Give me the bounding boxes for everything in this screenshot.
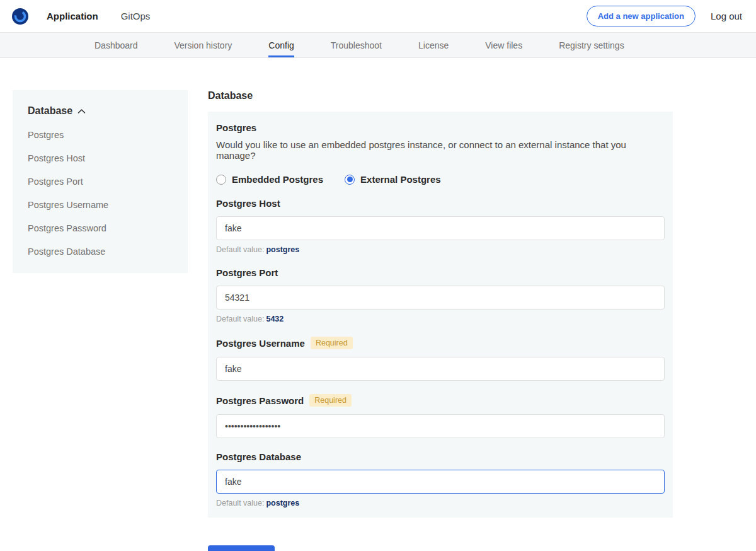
radio-selected-icon [345, 175, 355, 185]
app-subnav: Dashboard Version history Config Trouble… [0, 33, 756, 58]
required-badge: Required [309, 394, 352, 407]
default-value: 5432 [266, 315, 284, 323]
field-label: Postgres Username [216, 338, 305, 349]
radio-embedded-label: Embedded Postgres [232, 174, 323, 185]
postgres-group-label: Postgres [216, 122, 665, 133]
radio-dot [347, 177, 353, 182]
add-new-application-button[interactable]: Add a new application [587, 6, 696, 26]
tab-license[interactable]: License [418, 33, 449, 57]
postgres-mode-radio-group: Embedded Postgres External Postgres [216, 174, 665, 185]
sidebar-item-postgres-database[interactable]: Postgres Database [28, 246, 175, 257]
radio-embedded-postgres[interactable]: Embedded Postgres [216, 174, 323, 185]
postgres-password-input[interactable] [216, 414, 665, 438]
page-title: Database [208, 90, 673, 102]
default-value: postgres [266, 245, 299, 254]
main-area: Database Postgres Postgres Host Postgres… [0, 58, 756, 551]
field-postgres-database: Postgres Database Default value:postgres [216, 451, 665, 508]
top-header: Application GitOps Add a new application… [0, 0, 756, 33]
tab-version-history[interactable]: Version history [175, 33, 232, 57]
default-value-line: Default value:postgres [216, 245, 665, 254]
sidebar-item-postgres[interactable]: Postgres [28, 130, 175, 140]
field-postgres-host: Postgres Host Default value:postgres [216, 198, 665, 254]
postgres-help-text: Would you like to use an embedded postgr… [216, 139, 665, 161]
config-sidebar: Database Postgres Postgres Host Postgres… [13, 90, 188, 273]
sidebar-group-database[interactable]: Database [28, 105, 175, 117]
radio-external-postgres[interactable]: External Postgres [345, 174, 441, 185]
sidebar-item-postgres-host[interactable]: Postgres Host [28, 153, 175, 163]
default-label: Default value: [216, 315, 264, 323]
default-value-line: Default value:postgres [216, 499, 665, 508]
postgres-port-input[interactable] [216, 286, 665, 310]
tab-view-files[interactable]: View files [485, 33, 522, 57]
sidebar-item-postgres-password[interactable]: Postgres Password [28, 223, 175, 233]
radio-external-label: External Postgres [360, 174, 441, 185]
field-label: Postgres Password [216, 395, 304, 406]
radio-unselected-icon [216, 175, 226, 185]
tab-config[interactable]: Config [268, 33, 294, 57]
tab-troubleshoot[interactable]: Troubleshoot [331, 33, 382, 57]
default-value-line: Default value:5432 [216, 315, 665, 323]
field-postgres-port: Postgres Port Default value:5432 [216, 267, 665, 323]
field-label: Postgres Host [216, 198, 280, 209]
tab-dashboard[interactable]: Dashboard [94, 33, 138, 57]
tab-registry-settings[interactable]: Registry settings [559, 33, 624, 57]
topnav-application[interactable]: Application [47, 11, 98, 21]
topnav-gitops[interactable]: GitOps [121, 11, 151, 21]
default-value: postgres [266, 499, 299, 508]
default-label: Default value: [216, 245, 264, 254]
app-logo-icon [11, 8, 29, 25]
chevron-up-icon [77, 108, 86, 114]
postgres-username-input[interactable] [216, 357, 665, 381]
postgres-database-input[interactable] [216, 470, 665, 494]
logout-button[interactable]: Log out [711, 11, 742, 21]
sidebar-item-list: Postgres Postgres Host Postgres Port Pos… [28, 130, 175, 257]
sidebar-group-label: Database [28, 105, 72, 117]
postgres-host-input[interactable] [216, 216, 665, 240]
config-content: Database Postgres Would you like to use … [208, 90, 673, 551]
field-postgres-password: Postgres Password Required [216, 394, 665, 438]
sidebar-item-postgres-username[interactable]: Postgres Username [28, 200, 175, 210]
field-postgres-username: Postgres Username Required [216, 337, 665, 381]
field-label: Postgres Port [216, 267, 278, 278]
save-config-button[interactable]: Save config [208, 545, 275, 551]
sidebar-item-postgres-port[interactable]: Postgres Port [28, 177, 175, 187]
field-label: Postgres Database [216, 451, 301, 462]
database-config-card: Postgres Would you like to use an embedd… [208, 112, 673, 518]
default-label: Default value: [216, 499, 264, 508]
required-badge: Required [311, 337, 353, 349]
